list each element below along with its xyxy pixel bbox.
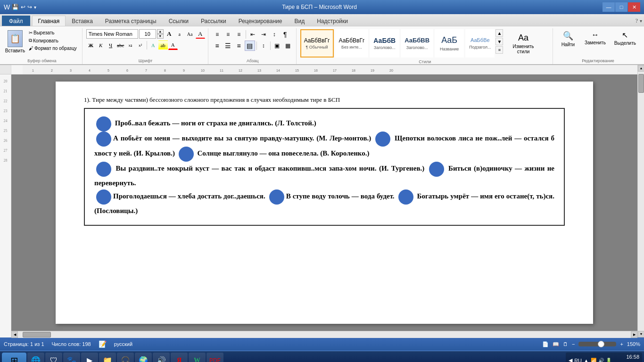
minimize-button[interactable]: —	[603, 2, 615, 12]
tab-insert[interactable]: Вставка	[66, 16, 99, 26]
maximize-button[interactable]: □	[615, 2, 627, 12]
styles-scroll-down[interactable]: ▼	[495, 38, 503, 45]
multilevel-button[interactable]: ≡	[234, 29, 244, 40]
tab-references[interactable]: Ссылки	[163, 16, 195, 26]
taskbar-icon-antivirus[interactable]: 🛡	[45, 353, 62, 362]
show-marks-button[interactable]: ¶	[280, 29, 290, 40]
ribbon-help[interactable]: ?	[636, 17, 638, 25]
view-reading-icon[interactable]: 📖	[553, 341, 559, 347]
font-name-input[interactable]	[86, 29, 138, 39]
change-styles-button[interactable]: Аа Изменитьстили	[509, 29, 537, 58]
hscroll-left-button[interactable]: ◀	[11, 331, 18, 338]
taskbar-icon-media[interactable]: ▶	[81, 353, 98, 362]
tab-layout[interactable]: Разметка страницы	[99, 16, 163, 26]
language-label[interactable]: русский	[114, 341, 132, 347]
tab-addins[interactable]: Надстройки	[311, 16, 354, 26]
start-button[interactable]: ⊞	[2, 353, 26, 362]
spell-icon[interactable]: 📝	[99, 340, 107, 348]
decrease-indent-button[interactable]: ⇤	[248, 29, 258, 40]
styles-scroll-up[interactable]: ▲	[495, 29, 503, 37]
vscroll-track[interactable]	[638, 72, 644, 331]
vscroll-thumb[interactable]	[638, 74, 644, 93]
tray-chevron[interactable]: ◀	[569, 357, 572, 362]
font-grow-a-button[interactable]: A	[165, 29, 174, 39]
cut-button[interactable]: ✂ Вырезать	[26, 29, 79, 36]
document-area[interactable]: 1). Тире между частями) бессоюзного слож…	[11, 74, 637, 331]
numbering-button[interactable]: ≡	[223, 29, 233, 40]
borders-button[interactable]: ▦	[283, 41, 293, 51]
tray-battery[interactable]: 🔋	[606, 358, 611, 362]
font-size-input[interactable]	[139, 29, 156, 39]
align-left-button[interactable]: ≡	[212, 41, 223, 51]
style-normal[interactable]: АаБбВвГг ¶ Обычный	[300, 29, 334, 58]
quick-save[interactable]: 💾	[12, 4, 19, 10]
zoom-out-button[interactable]: −	[572, 341, 575, 347]
line-spacing-button[interactable]: ↕	[258, 41, 269, 51]
font-color-button[interactable]: A	[168, 41, 178, 50]
paste-button[interactable]: 📋 Вставить	[5, 29, 25, 54]
font-shrink-button[interactable]: ▼	[157, 34, 164, 39]
tab-review[interactable]: Рецензирование	[232, 16, 289, 26]
taskbar-icon-browser[interactable]: 🌐	[27, 353, 44, 362]
tray-clock[interactable]: 16:58 28.02.2016	[613, 354, 639, 362]
view-layout-icon[interactable]: 🗒	[563, 341, 568, 347]
replace-button[interactable]: ↔ Заменить	[581, 29, 609, 47]
tab-file[interactable]: Файл	[2, 16, 30, 26]
quick-undo[interactable]: ↩	[21, 4, 25, 10]
taskbar-icon-yandex[interactable]: Я	[171, 353, 188, 362]
font-grow-button[interactable]: ▲	[157, 29, 164, 34]
taskbar-icon-chrome[interactable]: 🌍	[135, 353, 152, 362]
hscroll-thumb[interactable]	[23, 332, 51, 337]
text-effects-button[interactable]: A	[149, 41, 158, 50]
tab-home[interactable]: Главная	[32, 16, 66, 26]
justify-button[interactable]: ▤	[245, 41, 255, 51]
quick-redo[interactable]: ↪	[27, 4, 32, 10]
close-button[interactable]: ✕	[628, 2, 640, 12]
taskbar-icon-app3[interactable]: 🐾	[63, 353, 80, 362]
sort-button[interactable]: ↕	[269, 29, 280, 40]
tray-lang[interactable]: RU	[574, 358, 582, 362]
align-right-button[interactable]: ≡	[234, 41, 244, 51]
superscript-button[interactable]: x²	[136, 41, 145, 50]
style-subtitle[interactable]: АаБбВе Подзагол...	[465, 29, 495, 58]
zoom-thumb[interactable]	[598, 341, 604, 347]
taskbar-icon-word[interactable]: W	[189, 353, 206, 362]
view-normal-icon[interactable]: 📄	[542, 341, 549, 347]
tab-view[interactable]: Вид	[288, 16, 311, 26]
align-center-button[interactable]: ☰	[223, 41, 233, 51]
hscroll-right-button[interactable]: ▶	[631, 331, 637, 338]
zoom-in-button[interactable]: +	[620, 341, 623, 347]
taskbar-icon-pdf[interactable]: PDF	[206, 353, 223, 362]
ribbon-minimize[interactable]: ▾	[640, 18, 642, 24]
format-painter-button[interactable]: 🖌 Формат по образцу	[26, 45, 79, 52]
taskbar-icon-sound[interactable]: 🔊	[153, 353, 170, 362]
copy-button[interactable]: ⧉ Копировать	[26, 37, 79, 44]
style-no-spacing[interactable]: АаБбВвГг Без инте...	[335, 29, 369, 58]
clear-format-button[interactable]: A	[196, 29, 205, 39]
shading-button[interactable]: ▣	[272, 41, 282, 51]
vscroll-down-button[interactable]: ▼	[638, 331, 644, 337]
subscript-button[interactable]: x₂	[126, 41, 135, 50]
underline-button[interactable]: Ч	[106, 41, 116, 50]
italic-button[interactable]: К	[96, 41, 106, 50]
style-heading1[interactable]: АаБбВ Заголово...	[370, 29, 399, 58]
case-button[interactable]: Aa	[185, 29, 195, 39]
vscroll-up-button[interactable]: ▲	[638, 65, 644, 72]
font-shrink-a-button[interactable]: a	[175, 29, 184, 39]
tray-volume[interactable]: 🔊	[598, 358, 604, 362]
find-button[interactable]: 🔍 Найти	[557, 29, 579, 49]
style-heading2[interactable]: АаБбВВ Заголово...	[401, 29, 433, 58]
style-title[interactable]: АаБ Название	[435, 29, 464, 58]
taskbar-icon-audio[interactable]: 🎧	[117, 353, 134, 362]
highlight-button[interactable]: ab	[158, 41, 168, 50]
increase-indent-button[interactable]: ⇥	[258, 29, 269, 40]
styles-more[interactable]: ≡	[495, 46, 503, 54]
zoom-slider[interactable]	[578, 342, 616, 346]
bullets-button[interactable]: ≡	[212, 29, 223, 40]
tray-network[interactable]: 📶	[591, 358, 596, 362]
select-button[interactable]: ↖ Выделить	[611, 29, 639, 47]
taskbar-icon-files[interactable]: 📁	[99, 353, 116, 362]
tab-mailings[interactable]: Рассылки	[195, 16, 232, 26]
strikethrough-button[interactable]: abc	[116, 41, 125, 50]
hscroll-track[interactable]	[18, 331, 631, 338]
